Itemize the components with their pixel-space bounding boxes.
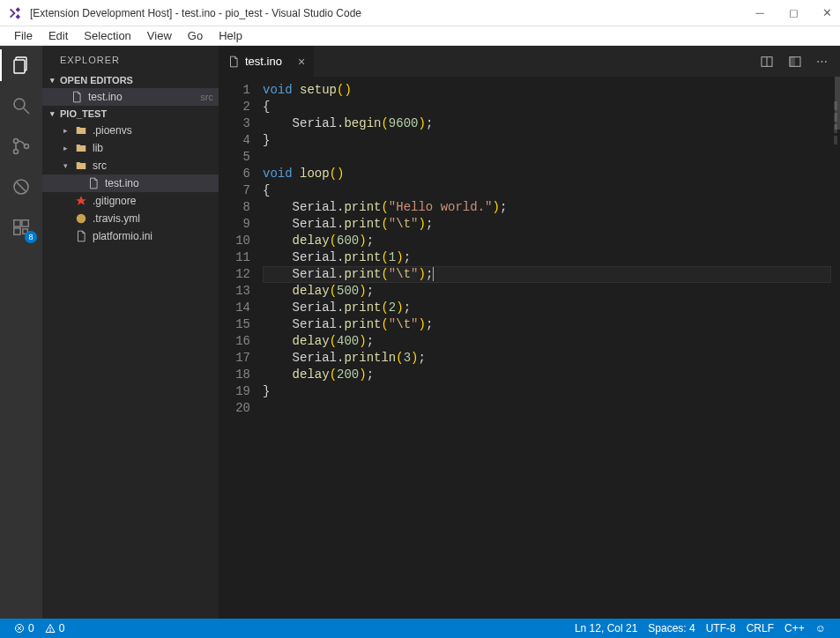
file-icon [86,176,100,190]
vscode-icon [7,5,23,21]
debug-icon[interactable] [9,174,33,199]
svg-point-22 [49,631,50,632]
file-item[interactable]: test.ino [42,174,219,192]
svg-point-5 [14,150,19,154]
extensions-badge: 8 [25,231,37,243]
code-content[interactable]: void setup(){ Serial.begin(9600);}void l… [263,77,831,619]
close-window-button[interactable]: ✕ [821,6,833,19]
chevron-down-icon: ▾ [48,76,56,85]
menu-go[interactable]: Go [181,27,210,44]
code-line[interactable]: void loop() [263,166,831,182]
code-line[interactable]: Serial.print("\t"); [263,216,831,233]
maximize-button[interactable]: ◻ [787,6,799,19]
file-icon [74,229,88,243]
svg-rect-9 [14,220,20,226]
tree-label: lib [93,142,213,154]
file-item[interactable]: platformio.ini [42,227,219,245]
text-cursor [433,267,434,281]
minimap[interactable] [831,77,840,619]
open-editor-label: test.ino [88,91,192,103]
tree-label: .travis.yml [93,212,213,225]
code-line[interactable]: Serial.begin(9600); [263,115,831,132]
status-errors[interactable]: 0 [9,622,40,634]
status-indentation[interactable]: Spaces: 4 [643,622,700,634]
code-line[interactable]: } [263,132,831,149]
editor-group: test.ino × ⋯ 123456789101112131415161718… [219,46,840,619]
open-editors-section[interactable]: ▾ OPEN EDITORS [42,72,219,88]
svg-line-8 [17,182,26,191]
code-line[interactable]: delay(500); [263,283,831,300]
code-line[interactable]: void setup() [263,82,831,99]
code-line[interactable]: Serial.print("Hello world."); [263,199,831,216]
project-label: PIO_TEST [60,108,107,119]
code-line[interactable]: } [263,383,831,400]
extensions-icon[interactable]: 8 [9,215,33,240]
chevron-right-icon[interactable]: ▸ [61,126,70,135]
status-feedback-icon[interactable]: ☺ [810,622,831,634]
tree-label: src [93,160,213,172]
folder-item[interactable]: ▾src [42,157,219,174]
menu-bar: FileEditSelectionViewGoHelp [0,26,840,46]
overview-ruler [834,101,837,145]
tab-testino[interactable]: test.ino × [219,46,315,77]
code-line[interactable]: Serial.println(3); [263,350,831,367]
code-line[interactable] [263,149,831,166]
code-line[interactable]: delay(400); [263,333,831,350]
close-icon[interactable]: × [298,55,305,69]
svg-line-3 [24,108,29,114]
file-icon [70,90,84,104]
status-encoding[interactable]: UTF-8 [701,622,741,634]
folder-item[interactable]: ▸lib [42,139,219,157]
menu-help[interactable]: Help [212,27,249,44]
explorer-icon[interactable] [9,53,33,78]
menu-file[interactable]: File [7,27,40,44]
show-opened-editors-icon[interactable] [788,55,802,69]
file-item[interactable]: .gitignore [42,192,219,210]
file-icon [74,211,88,226]
code-line[interactable]: Serial.print(2); [263,300,831,316]
svg-point-13 [77,214,86,224]
search-icon[interactable] [9,93,33,118]
window-title: [Extension Development Host] - test.ino … [30,7,754,19]
file-item[interactable]: .travis.yml [42,210,219,227]
code-line[interactable] [263,400,831,417]
minimize-button[interactable]: ─ [754,6,766,19]
svg-rect-1 [14,60,25,73]
code-line[interactable]: Serial.print(1); [263,249,831,266]
menu-edit[interactable]: Edit [41,27,75,44]
code-editor[interactable]: 1234567891011121314151617181920 void set… [219,77,840,619]
svg-point-4 [14,139,19,144]
code-line[interactable]: delay(200); [263,367,831,383]
workbench: 8 EXPLORER ▾ OPEN EDITORS test.ino src ▾… [0,46,840,619]
status-eol[interactable]: CRLF [741,622,779,634]
split-editor-icon[interactable] [760,55,774,69]
folder-icon [74,141,88,155]
svg-rect-10 [22,220,28,226]
more-actions-icon[interactable]: ⋯ [816,55,828,68]
project-section[interactable]: ▾ PIO_TEST [42,106,219,122]
status-cursor-position[interactable]: Ln 12, Col 21 [569,622,643,634]
open-editor-desc: src [200,92,213,102]
window-titlebar: [Extension Development Host] - test.ino … [0,0,840,26]
code-line[interactable]: Serial.print("\t"); [263,316,831,333]
tree-label: platformio.ini [93,230,213,242]
chevron-right-icon[interactable]: ▸ [61,144,70,152]
status-language[interactable]: C++ [779,622,810,634]
svg-point-2 [14,99,25,109]
code-line[interactable]: Serial.print("\t"); [263,266,831,283]
source-control-icon[interactable] [9,134,33,159]
sidebar-title: EXPLORER [42,46,219,72]
folder-icon [74,123,88,137]
code-line[interactable]: delay(600); [263,233,831,249]
chevron-down-icon[interactable]: ▾ [61,161,70,170]
open-editor-item[interactable]: test.ino src [42,88,219,106]
svg-rect-17 [790,56,794,66]
status-bar: 0 0 Ln 12, Col 21 Spaces: 4 UTF-8 CRLF C… [0,619,840,638]
code-line[interactable]: { [263,182,831,199]
menu-selection[interactable]: Selection [77,27,138,44]
folder-item[interactable]: ▸.pioenvs [42,122,219,139]
sidebar: EXPLORER ▾ OPEN EDITORS test.ino src ▾ P… [42,46,219,619]
status-warnings[interactable]: 0 [40,622,71,634]
menu-view[interactable]: View [140,27,179,44]
code-line[interactable]: { [263,99,831,115]
